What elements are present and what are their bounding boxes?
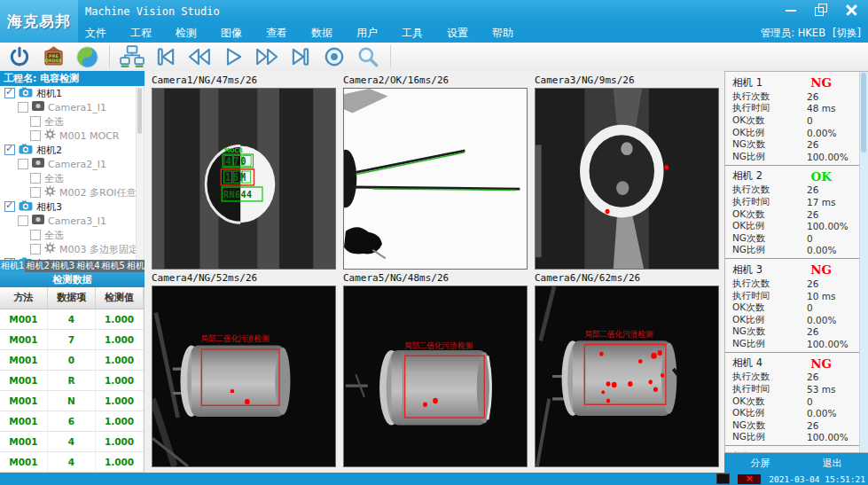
image-thumbnail-icon	[32, 101, 44, 113]
play-button[interactable]	[219, 44, 247, 69]
camera1-view[interactable]: MOCR 470 16M RN644	[152, 88, 336, 270]
tree-checkbox[interactable]	[30, 230, 41, 240]
restore-button[interactable]	[813, 2, 829, 18]
tree-checkbox[interactable]	[18, 102, 28, 113]
cell-detect-value: 1.000	[96, 330, 144, 349]
status-square-icon[interactable]	[716, 473, 730, 484]
stat-label: OK比例	[732, 407, 807, 419]
exit-button[interactable]: 退出	[796, 457, 868, 470]
menu-bar: 文件工程检测图像查看数据用户工具设置帮助 管理员: HKEB [切换]	[0, 23, 868, 43]
cell-method: M001	[0, 330, 48, 349]
eco-button[interactable]	[73, 44, 101, 69]
table-row: M001 4 1.000	[0, 452, 144, 473]
stat-value: 100.00%	[807, 339, 848, 349]
tree-row[interactable]: 相机3	[0, 199, 144, 214]
minimize-button[interactable]	[783, 2, 799, 18]
network-button[interactable]	[118, 44, 146, 69]
tree-checkbox[interactable]	[4, 201, 15, 212]
camera-tab-strip: 相机1相机2相机3相机4相机5相机6	[0, 260, 145, 272]
menu-item[interactable]: 设置	[447, 26, 468, 41]
tree-checkbox[interactable]	[4, 88, 15, 98]
stat-value: 26	[807, 278, 818, 289]
switch-user-link[interactable]: [切换]	[833, 27, 861, 40]
tree-row[interactable]: 相机1	[0, 86, 144, 100]
tree-row[interactable]: M003 多边形固定灰度	[0, 242, 144, 256]
tree-item-label: 相机4	[36, 257, 62, 261]
tree-row[interactable]: 全选	[0, 171, 144, 185]
menu-item[interactable]: 帮助	[492, 26, 513, 41]
tree-checkbox[interactable]	[30, 244, 41, 254]
stat-value: 48 ms	[807, 103, 835, 113]
tree-row[interactable]: Camera1_I1	[0, 100, 144, 114]
skip-end-button[interactable]	[286, 44, 315, 69]
camera1-image: MOCR 470 16M RN644	[152, 89, 335, 269]
camera4-label: Camera4/NG/52ms/26	[152, 272, 336, 286]
tree-scrollbar[interactable]	[136, 86, 144, 260]
menu-item[interactable]: 文件	[85, 26, 106, 41]
stats-scrollbar[interactable]	[859, 72, 868, 452]
power-button[interactable]	[5, 44, 34, 69]
stats-scrollbar-thumb[interactable]	[861, 73, 866, 153]
tree-checkbox[interactable]	[30, 187, 41, 198]
skip-start-button[interactable]	[152, 44, 180, 69]
tree-checkbox[interactable]	[18, 159, 28, 169]
camera6-view[interactable]: 局部二值化污渍检测	[535, 286, 719, 467]
record-button[interactable]	[320, 44, 348, 69]
camera-stat-group: 相机 5 NG 执行次数26 执行时间48 ms OK次数0 OK比例0.00%…	[725, 446, 860, 453]
tree-row[interactable]: 全选	[0, 114, 144, 129]
record-icon	[322, 45, 347, 68]
menu-item[interactable]: 工具	[402, 26, 423, 41]
menu-item[interactable]: 查看	[266, 26, 287, 41]
tree-row[interactable]: M002 多ROI任意线提	[0, 185, 144, 199]
camera2-view[interactable]	[343, 88, 528, 270]
cell-data-item: N	[48, 391, 96, 411]
camera-tab[interactable]: 相机5	[101, 260, 126, 272]
camera-tab[interactable]: 相机2	[25, 260, 50, 272]
stat-label: 执行次数	[732, 278, 807, 290]
camera5-view[interactable]: 局部二值化污渍检测	[343, 286, 528, 467]
status-error-icon[interactable]: ×	[738, 474, 761, 484]
camera-tab[interactable]: 相机1	[0, 260, 25, 272]
menu-item[interactable]: 数据	[311, 26, 332, 41]
tree-row[interactable]: Camera2_I1	[0, 157, 144, 171]
camera-cell-1: Camera1/NG/47ms/26 MOCR 470	[152, 74, 336, 270]
camera-tab[interactable]: 相机6	[126, 260, 145, 272]
tree-checkbox[interactable]	[4, 145, 15, 155]
tree-checkbox[interactable]	[30, 116, 41, 127]
tree-row[interactable]: 相机4	[0, 256, 144, 260]
tree-checkbox[interactable]	[4, 258, 15, 260]
stat-camera-name: 相机 4	[732, 356, 762, 370]
tree-row[interactable]: 相机2	[0, 143, 144, 157]
status-bar-right: × 2021-03-04 15:51:21	[716, 473, 868, 484]
svg-text:局部二值化污渍检测: 局部二值化污渍检测	[200, 334, 269, 344]
menu-item[interactable]: 检测	[176, 26, 197, 41]
sign-button[interactable]: PRE ORDER	[39, 44, 67, 69]
menu-item[interactable]: 工程	[130, 26, 152, 41]
tree-scrollbar-thumb[interactable]	[137, 88, 142, 134]
close-button[interactable]	[843, 2, 859, 18]
network-icon	[120, 45, 145, 68]
table-row: M001 R 1.000	[0, 371, 144, 391]
tree-row[interactable]: Camera3_I1	[0, 214, 144, 228]
camera-tab[interactable]: 相机3	[51, 260, 75, 272]
camera3-view[interactable]	[535, 88, 719, 270]
tree-item-label: M003 多边形固定灰度	[59, 243, 145, 256]
stat-value: 0	[807, 396, 813, 407]
tree-row[interactable]: M001 MOCR	[0, 129, 144, 143]
fast-forward-button[interactable]	[253, 44, 281, 69]
tree-checkbox[interactable]	[30, 173, 41, 184]
table-row: M001 0 1.000	[0, 350, 144, 371]
menu-item[interactable]: 用户	[356, 26, 378, 41]
tree-checkbox[interactable]	[18, 215, 28, 226]
admin-area: 管理员: HKEB [切换]	[761, 27, 861, 40]
split-screen-button[interactable]: 分屏	[724, 457, 796, 470]
camera4-view[interactable]: 局部二值化污渍检测	[152, 286, 336, 467]
tree-checkbox[interactable]	[30, 130, 41, 141]
tree-row[interactable]: 全选	[0, 228, 144, 242]
rewind-button[interactable]	[185, 44, 214, 69]
camera-tab[interactable]: 相机4	[75, 260, 100, 272]
stats-panel: 相机 1 NG 执行次数26 执行时间48 ms OK次数0 OK比例0.00%…	[724, 71, 868, 453]
cell-detect-value: 1.000	[96, 371, 144, 390]
menu-item[interactable]: 图像	[221, 26, 242, 41]
search-button[interactable]	[354, 44, 382, 69]
